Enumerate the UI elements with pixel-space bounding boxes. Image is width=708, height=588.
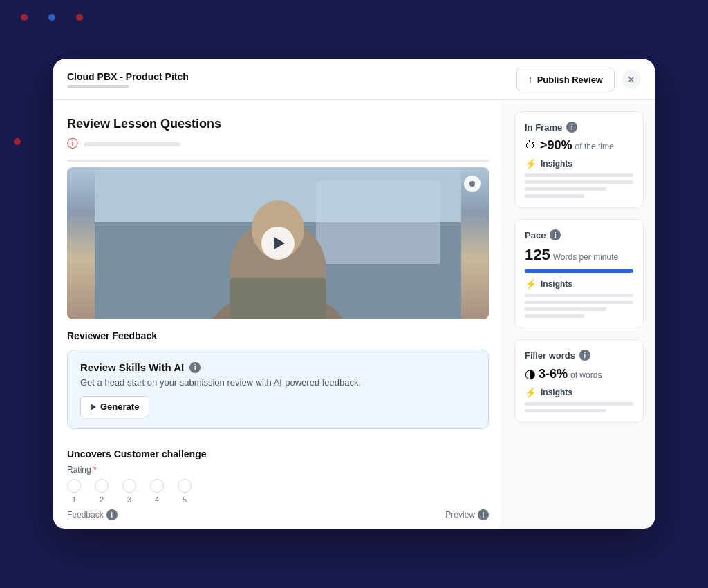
- ai-review-header: Review Skills With AI i: [80, 361, 476, 373]
- play-icon: [274, 237, 285, 249]
- chart-icon-2: ⚡: [525, 278, 537, 290]
- play-button[interactable]: [261, 227, 295, 260]
- filler-words-insights-row: ⚡ Insights: [525, 387, 633, 398]
- feedback-label: Feedback i: [67, 509, 118, 520]
- rating-item-4[interactable]: 4: [150, 479, 164, 504]
- generate-play-icon: [91, 404, 96, 410]
- filler-insights-line-1: [525, 402, 633, 406]
- rating-item-3[interactable]: 3: [122, 479, 136, 504]
- rating-circle-5[interactable]: [178, 479, 192, 493]
- error-bar: ⓘ: [67, 137, 489, 151]
- in-frame-card: In Frame i ⏱ >90% of the time ⚡ Insights: [514, 111, 644, 208]
- rating-circle-4[interactable]: [150, 479, 164, 493]
- pace-card: Pace i 125 Words per minute ⚡ Insights: [514, 219, 644, 328]
- pace-insights-row: ⚡ Insights: [525, 278, 633, 290]
- video-indicator: [464, 176, 481, 192]
- rating-circle-3[interactable]: [122, 479, 136, 493]
- ai-review-box: Review Skills With AI i Get a head start…: [67, 350, 489, 429]
- in-frame-header: In Frame i: [525, 122, 633, 133]
- pace-bar-container: [525, 269, 633, 273]
- ai-review-title: Review Skills With AI: [80, 361, 184, 373]
- pace-value: 125: [525, 246, 550, 264]
- publish-label: Publish Review: [537, 75, 603, 85]
- upload-icon: ↑: [528, 74, 533, 85]
- in-frame-value-row: ⏱ >90% of the time: [525, 138, 633, 153]
- modal-container: Cloud PBX - Product Pitch ↑ Publish Revi…: [53, 59, 655, 529]
- generate-button[interactable]: Generate: [80, 396, 149, 417]
- pace-insights-label: Insights: [541, 279, 572, 289]
- rating-circle-1[interactable]: [67, 479, 81, 493]
- required-asterisk: *: [93, 465, 97, 475]
- filler-words-value: 3-6%: [539, 367, 568, 381]
- in-frame-insights-row: ⚡ Insights: [525, 158, 633, 169]
- pace-info-icon: i: [550, 229, 561, 240]
- chart-icon-1: ⚡: [525, 158, 537, 169]
- section-title: Review Lesson Questions: [67, 117, 489, 131]
- rating-num-4: 4: [155, 495, 159, 504]
- in-frame-info-icon: i: [566, 122, 577, 133]
- reviewer-feedback-title: Reviewer Feedback: [67, 330, 489, 341]
- pace-insights-line-4: [525, 314, 584, 318]
- close-icon: ✕: [627, 74, 635, 85]
- insights-line-1: [525, 173, 633, 177]
- customer-section: Uncovers Customer challenge Rating * 1 2: [67, 440, 489, 529]
- video-progress-bar: [67, 160, 489, 162]
- main-content: Review Lesson Questions ⓘ: [53, 100, 503, 529]
- rating-num-1: 1: [72, 495, 76, 504]
- in-frame-value: >90%: [540, 138, 572, 153]
- in-frame-insights-lines: [525, 173, 633, 198]
- header-right: ↑ Publish Review ✕: [516, 68, 641, 91]
- publish-review-button[interactable]: ↑ Publish Review: [516, 68, 615, 91]
- modal-body: Review Lesson Questions ⓘ: [53, 100, 655, 529]
- pace-insights-lines: [525, 294, 633, 318]
- filler-words-insights-lines: [525, 402, 633, 412]
- pace-value-row: 125 Words per minute: [525, 246, 633, 264]
- feedback-preview-row: Feedback i Preview i: [67, 509, 489, 520]
- pace-insights-line-2: [525, 301, 633, 304]
- in-frame-insights-label: Insights: [541, 159, 572, 169]
- filler-words-header: Filler words i: [525, 350, 633, 361]
- filler-words-name: Filler words: [525, 350, 575, 361]
- svg-rect-3: [316, 181, 440, 264]
- rating-item-5[interactable]: 5: [178, 479, 192, 504]
- feedback-info-icon: i: [106, 509, 118, 520]
- generate-label: Generate: [100, 401, 139, 412]
- filler-words-suffix: of words: [570, 370, 602, 380]
- pace-bar: [525, 269, 633, 273]
- right-panel: In Frame i ⏱ >90% of the time ⚡ Insights: [503, 100, 655, 529]
- in-frame-icon: ⏱: [525, 140, 536, 152]
- rating-text: Rating: [67, 465, 91, 475]
- error-icon: ⓘ: [67, 137, 78, 151]
- header-left: Cloud PBX - Product Pitch: [67, 71, 189, 88]
- in-frame-name: In Frame: [525, 122, 562, 133]
- rating-circle-2[interactable]: [95, 479, 109, 493]
- rating-item-2[interactable]: 2: [95, 479, 109, 504]
- rating-num-3: 3: [127, 495, 131, 504]
- filler-words-card: Filler words i ◑ 3-6% of words ⚡ Insight…: [514, 339, 644, 423]
- filler-words-insights-label: Insights: [541, 388, 572, 397]
- customer-title: Uncovers Customer challenge: [67, 448, 489, 459]
- ai-review-description: Get a head start on your submission revi…: [80, 377, 476, 388]
- pace-insights-line-3: [525, 307, 606, 311]
- donut-icon: ◑: [525, 366, 536, 381]
- close-button[interactable]: ✕: [622, 70, 641, 89]
- video-dot-inner: [469, 181, 475, 187]
- insights-line-2: [525, 180, 633, 184]
- rating-num-2: 2: [100, 495, 104, 504]
- preview-info-icon: i: [478, 509, 489, 520]
- filler-words-value-row: ◑ 3-6% of words: [525, 366, 633, 381]
- chart-icon-3: ⚡: [525, 387, 537, 398]
- rating-label: Rating *: [67, 465, 489, 475]
- preview-label: Preview i: [445, 509, 489, 520]
- modal-header: Cloud PBX - Product Pitch ↑ Publish Revi…: [53, 59, 655, 100]
- preview-text: Preview: [445, 510, 475, 520]
- progress-bar: [67, 85, 129, 88]
- svg-rect-7: [230, 278, 326, 319]
- rating-num-5: 5: [183, 495, 187, 504]
- rating-item-1[interactable]: 1: [67, 479, 81, 504]
- pace-name: Pace: [525, 230, 546, 240]
- pace-suffix: Words per minute: [553, 252, 618, 262]
- insights-line-4: [525, 194, 584, 198]
- video-container[interactable]: [67, 167, 489, 319]
- rating-circles: 1 2 3 4 5: [67, 479, 489, 504]
